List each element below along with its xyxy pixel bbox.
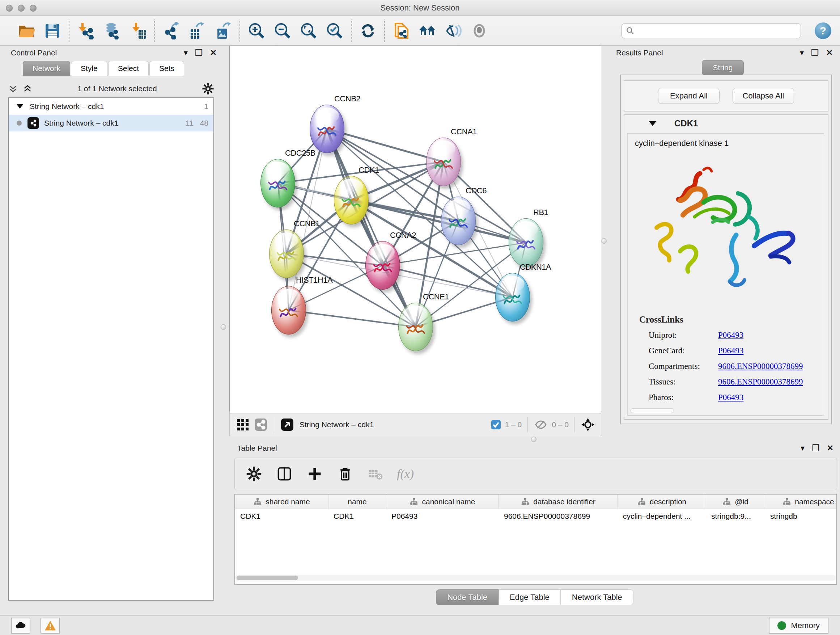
tab-network[interactable]: Network [23, 61, 70, 76]
table-cell[interactable]: CDK1 [235, 509, 328, 524]
tab-style[interactable]: Style [71, 61, 107, 76]
help-button[interactable]: ? [815, 22, 831, 39]
tab-edge-table[interactable]: Edge Table [499, 589, 561, 605]
network-canvas[interactable]: CCNB2CCNA1CDC25BCDK1CDC6RB1CCNB1CCNA2CDK… [229, 46, 601, 413]
network-collection-row[interactable]: String Network – cdk1 1 [9, 98, 213, 115]
table-cell[interactable]: cyclin–dependent ... [618, 509, 706, 524]
birdseye-grid-icon[interactable] [235, 417, 250, 432]
selected-checkbox-icon[interactable] [491, 417, 501, 432]
node-CDC25B[interactable] [261, 159, 295, 207]
collapse-all-button[interactable]: Collapse All [733, 88, 794, 104]
gene-section-caret-icon[interactable] [649, 121, 656, 126]
expand-all-networks-icon[interactable] [22, 84, 33, 94]
import-network-file-button[interactable] [77, 22, 95, 40]
node-CCNB1[interactable] [269, 230, 304, 278]
node-CCNA2[interactable] [365, 241, 400, 290]
create-column-plus-icon[interactable] [306, 465, 324, 483]
edge-HIST1H1A-CCNE1[interactable] [289, 310, 416, 327]
tab-network-table[interactable]: Network Table [561, 589, 633, 605]
control-panel-close-icon[interactable]: ✕ [210, 49, 217, 57]
network-share-icon[interactable] [254, 417, 268, 432]
import-network-database-button[interactable] [103, 22, 121, 40]
column-header-name[interactable]: name [328, 494, 386, 509]
node-HIST1H1A[interactable] [271, 286, 306, 334]
delete-table-icon[interactable] [366, 465, 385, 483]
network-row[interactable]: String Network – cdk1 11 48 [9, 115, 213, 131]
collection-expand-caret-icon[interactable] [17, 104, 23, 109]
export-image-button[interactable] [214, 22, 232, 40]
refresh-styles-button[interactable] [359, 22, 377, 40]
node-RB1[interactable] [508, 218, 543, 267]
show-eye-button[interactable] [470, 22, 488, 40]
control-panel-float-icon[interactable]: ❐ [195, 49, 203, 57]
tab-node-table[interactable]: Node Table [436, 589, 499, 605]
warnings-button[interactable] [41, 618, 60, 633]
crosslink-link[interactable]: 9606.ENSP00000378699 [718, 362, 803, 371]
open-in-new-icon[interactable] [280, 417, 294, 432]
hide-glass-eye-button[interactable] [444, 22, 462, 40]
column-header-shared-name[interactable]: shared name [235, 494, 328, 509]
zoom-fit-button[interactable] [300, 22, 317, 40]
close-window-button[interactable] [6, 5, 13, 11]
results-panel-close-icon[interactable]: ✕ [826, 49, 833, 57]
column-header-database-identifier[interactable]: database identifier [499, 494, 618, 509]
cloud-status-button[interactable] [11, 618, 30, 633]
results-panel-float-icon[interactable]: ❐ [811, 49, 819, 57]
node-CDK1[interactable] [334, 176, 369, 225]
tab-sets[interactable]: Sets [149, 61, 184, 76]
column-header-description[interactable]: description [618, 494, 706, 509]
crosslink-link[interactable]: 9606.ENSP00000378699 [718, 377, 803, 386]
zoom-out-button[interactable] [273, 22, 292, 40]
column-header-canonical-name[interactable]: canonical name [386, 494, 499, 509]
table-cell[interactable]: 9606.ENSP00000378699 [499, 509, 618, 524]
table-cell[interactable]: stringdb:9... [706, 509, 765, 524]
node-CDC6[interactable] [441, 196, 476, 245]
show-columns-icon[interactable] [275, 465, 294, 483]
table-scrollbar-thumb[interactable] [237, 576, 298, 580]
node-CCNB2[interactable] [309, 105, 344, 153]
minimize-window-button[interactable] [18, 5, 25, 11]
table-cell[interactable]: P06493 [386, 509, 499, 524]
save-session-button[interactable] [43, 22, 62, 40]
node-CCNE1[interactable] [398, 302, 433, 351]
column-header--id[interactable]: @id [706, 494, 765, 509]
table-options-gear-icon[interactable] [245, 465, 263, 483]
duplicate-network-button[interactable] [392, 22, 410, 40]
results-horizontal-scrollbar[interactable] [630, 409, 674, 413]
table-panel-menu-icon[interactable]: ▾ [801, 444, 805, 452]
export-table-button[interactable] [188, 22, 206, 40]
collapse-all-networks-icon[interactable] [8, 84, 18, 94]
control-panel-menu-icon[interactable]: ▾ [184, 49, 188, 57]
left-splitter-handle[interactable] [221, 325, 226, 330]
hidden-eye-slash-icon[interactable] [534, 417, 548, 432]
export-network-button[interactable] [162, 22, 180, 40]
network-options-gear-icon[interactable] [202, 82, 214, 95]
home-networks-button[interactable] [418, 22, 436, 40]
table-cell[interactable]: CDK1 [328, 509, 386, 524]
search-input[interactable] [635, 24, 801, 37]
table-panel-float-icon[interactable]: ❐ [812, 444, 820, 453]
function-builder-icon[interactable]: f(x) [397, 467, 414, 481]
table-row[interactable]: CDK1CDK1P064939606.ENSP00000378699cyclin… [235, 509, 836, 524]
open-session-button[interactable] [17, 22, 35, 40]
tab-select[interactable]: Select [108, 61, 149, 76]
zoom-selected-button[interactable] [325, 22, 344, 40]
crosslink-link[interactable]: P06493 [718, 393, 744, 402]
table-panel-close-icon[interactable]: ✕ [827, 444, 834, 452]
memory-button[interactable]: Memory [769, 618, 829, 633]
delete-column-trash-icon[interactable] [336, 465, 354, 483]
fit-selection-crosshair-icon[interactable] [581, 417, 595, 432]
search-field[interactable] [622, 23, 801, 38]
expand-all-button[interactable]: Expand All [658, 88, 720, 104]
right-splitter-handle[interactable] [601, 238, 607, 244]
zoom-window-button[interactable] [30, 5, 36, 11]
table-cell[interactable]: stringdb [765, 509, 837, 524]
zoom-in-button[interactable] [248, 22, 265, 40]
column-header-namespace[interactable]: namespace [765, 494, 837, 509]
table-horizontal-scrollbar[interactable] [235, 575, 836, 581]
results-panel-menu-icon[interactable]: ▾ [800, 49, 804, 57]
import-table-file-button[interactable] [129, 22, 147, 40]
edge-CCNB2-CCNE1[interactable] [327, 129, 416, 327]
crosslink-link[interactable]: P06493 [718, 331, 744, 340]
node-CCNA1[interactable] [426, 138, 461, 186]
